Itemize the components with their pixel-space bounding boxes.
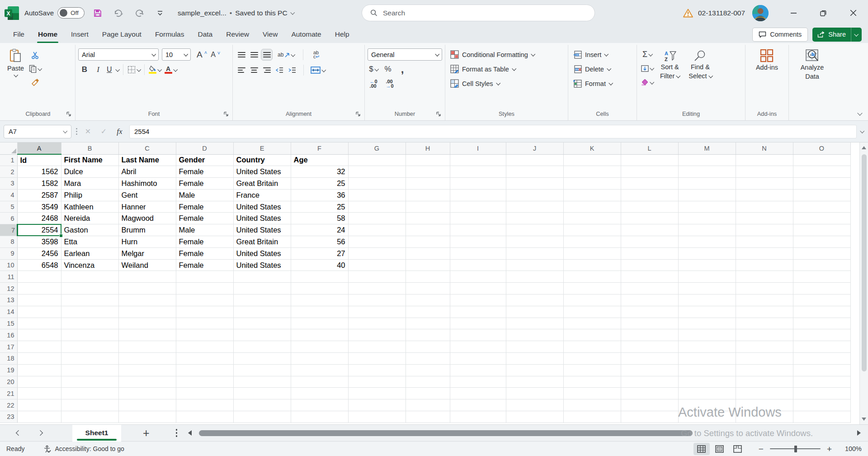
zoom-out-button[interactable]: − bbox=[759, 445, 764, 453]
cell-H18[interactable] bbox=[406, 353, 450, 365]
cell-D8[interactable]: Female bbox=[176, 236, 233, 248]
cell-C2[interactable]: Abril bbox=[118, 166, 176, 178]
zoom-slider[interactable] bbox=[770, 448, 821, 450]
cell-M8[interactable] bbox=[678, 236, 736, 248]
cell-F16[interactable] bbox=[291, 329, 348, 341]
zoom-level[interactable]: 100% bbox=[838, 445, 862, 452]
row-header-3[interactable]: 3 bbox=[0, 178, 17, 190]
cell-N16[interactable] bbox=[736, 329, 793, 341]
vertical-scrollbar[interactable] bbox=[859, 142, 868, 424]
row-header-8[interactable]: 8 bbox=[0, 236, 17, 248]
cell-D5[interactable]: Female bbox=[176, 201, 233, 213]
cut-button[interactable] bbox=[28, 49, 42, 61]
cell-J6[interactable] bbox=[506, 213, 563, 224]
cell-N2[interactable] bbox=[736, 166, 793, 178]
row-header-20[interactable]: 20 bbox=[0, 376, 17, 388]
bottom-align-button[interactable] bbox=[261, 49, 273, 61]
save-button[interactable] bbox=[90, 5, 105, 21]
cell-H11[interactable] bbox=[406, 271, 450, 283]
fill-button[interactable] bbox=[640, 62, 655, 74]
cell-M2[interactable] bbox=[678, 166, 736, 178]
column-header-G[interactable]: G bbox=[348, 142, 406, 154]
cell-B4[interactable]: Philip bbox=[61, 189, 118, 201]
cell-N17[interactable] bbox=[736, 341, 793, 353]
cell-B6[interactable]: Nereida bbox=[61, 213, 118, 224]
cell-G11[interactable] bbox=[348, 271, 406, 283]
cell-N7[interactable] bbox=[736, 224, 793, 236]
paste-button[interactable]: Paste bbox=[4, 46, 28, 79]
cell-D23[interactable] bbox=[176, 411, 233, 423]
cell-I3[interactable] bbox=[450, 178, 506, 190]
cell-G17[interactable] bbox=[348, 341, 406, 353]
cell-G22[interactable] bbox=[348, 399, 406, 411]
cell-J22[interactable] bbox=[506, 399, 563, 411]
italic-button[interactable]: I bbox=[92, 64, 104, 76]
cell-L11[interactable] bbox=[621, 271, 678, 283]
cell-I19[interactable] bbox=[450, 364, 506, 376]
cell-J10[interactable] bbox=[506, 259, 563, 271]
cell-B11[interactable] bbox=[61, 271, 118, 283]
insert-function-button[interactable]: fx bbox=[113, 125, 126, 138]
column-header-O[interactable]: O bbox=[793, 142, 850, 154]
cell-M20[interactable] bbox=[678, 376, 736, 388]
cell-G3[interactable] bbox=[348, 178, 406, 190]
cell-D6[interactable]: Female bbox=[176, 213, 233, 224]
cell-F10[interactable]: 40 bbox=[291, 259, 348, 271]
cell-C16[interactable] bbox=[118, 329, 176, 341]
sort-filter-button[interactable]: A Z Sort & Filter bbox=[656, 48, 683, 81]
cell-N10[interactable] bbox=[736, 259, 793, 271]
cell-B22[interactable] bbox=[61, 399, 118, 411]
cell-M11[interactable] bbox=[678, 271, 736, 283]
cell-J19[interactable] bbox=[506, 364, 563, 376]
alignment-dialog-launcher[interactable] bbox=[355, 111, 361, 117]
cell-H16[interactable] bbox=[406, 329, 450, 341]
row-header-10[interactable]: 10 bbox=[0, 259, 17, 271]
cell-J21[interactable] bbox=[506, 388, 563, 399]
row-header-12[interactable]: 12 bbox=[0, 283, 17, 294]
scroll-up-icon[interactable] bbox=[862, 146, 866, 149]
cell-J13[interactable] bbox=[506, 294, 563, 306]
cell-C10[interactable]: Weiland bbox=[118, 259, 176, 271]
cell-F21[interactable] bbox=[291, 388, 348, 399]
cell-L8[interactable] bbox=[621, 236, 678, 248]
cell-N3[interactable] bbox=[736, 178, 793, 190]
row-header-15[interactable]: 15 bbox=[0, 318, 17, 329]
orientation-button[interactable]: ab bbox=[276, 49, 296, 61]
excel-app-icon[interactable]: X bbox=[5, 6, 19, 20]
cell-H10[interactable] bbox=[406, 259, 450, 271]
tab-file[interactable]: File bbox=[6, 26, 31, 43]
cell-E12[interactable] bbox=[233, 283, 291, 294]
next-sheet-icon[interactable] bbox=[38, 430, 43, 436]
cell-A22[interactable] bbox=[17, 399, 61, 411]
cell-E16[interactable] bbox=[233, 329, 291, 341]
cell-C11[interactable] bbox=[118, 271, 176, 283]
cell-H13[interactable] bbox=[406, 294, 450, 306]
wrap-text-button[interactable]: abc↵ bbox=[311, 49, 322, 61]
tab-page-layout[interactable]: Page Layout bbox=[95, 26, 148, 43]
cell-A21[interactable] bbox=[17, 388, 61, 399]
cell-I20[interactable] bbox=[450, 376, 506, 388]
top-align-button[interactable] bbox=[236, 49, 247, 61]
row-header-11[interactable]: 11 bbox=[0, 271, 17, 283]
cell-O22[interactable] bbox=[793, 399, 850, 411]
cell-N21[interactable] bbox=[736, 388, 793, 399]
tab-data[interactable]: Data bbox=[191, 26, 219, 43]
cell-D9[interactable]: Female bbox=[176, 247, 233, 259]
cell-C8[interactable]: Hurn bbox=[118, 236, 176, 248]
cell-K3[interactable] bbox=[563, 178, 621, 190]
cell-H12[interactable] bbox=[406, 283, 450, 294]
accessibility-status[interactable]: Accessibility: Good to go bbox=[43, 445, 124, 453]
cell-B1[interactable]: First Name bbox=[61, 154, 118, 166]
cell-O15[interactable] bbox=[793, 318, 850, 329]
align-right-button[interactable] bbox=[261, 64, 273, 76]
select-all-corner[interactable] bbox=[0, 142, 17, 154]
cell-J5[interactable] bbox=[506, 201, 563, 213]
cell-I10[interactable] bbox=[450, 259, 506, 271]
cell-M15[interactable] bbox=[678, 318, 736, 329]
fill-color-button[interactable] bbox=[147, 64, 162, 76]
cell-M6[interactable] bbox=[678, 213, 736, 224]
cell-L21[interactable] bbox=[621, 388, 678, 399]
row-header-4[interactable]: 4 bbox=[0, 189, 17, 201]
format-as-table-button[interactable]: Format as Table bbox=[448, 63, 518, 75]
cell-F15[interactable] bbox=[291, 318, 348, 329]
